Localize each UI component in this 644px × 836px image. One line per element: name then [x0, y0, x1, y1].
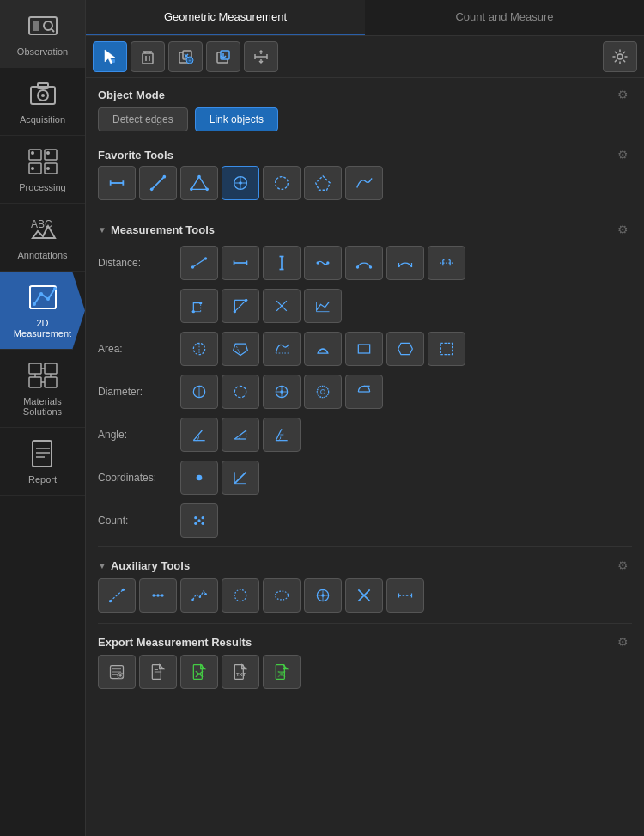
- aux-tool-7[interactable]: [345, 578, 383, 613]
- svg-point-11: [31, 151, 34, 155]
- aux-tool-6[interactable]: [304, 578, 342, 613]
- sidebar-item-annotations[interactable]: ABC Annotations: [0, 204, 85, 272]
- dist-tool-5[interactable]: [345, 246, 383, 280]
- export-tool-4[interactable]: TXT: [222, 655, 259, 689]
- fav-tool-5[interactable]: [263, 166, 301, 200]
- sidebar-item-processing[interactable]: Processing: [0, 136, 85, 204]
- svg-point-19: [33, 302, 36, 306]
- distance-tools: [180, 246, 465, 280]
- export-tool-2[interactable]: [139, 655, 177, 689]
- diam-tool-3[interactable]: [263, 375, 301, 409]
- angle-tool-2[interactable]: [222, 418, 259, 452]
- settings-btn[interactable]: [603, 41, 637, 72]
- detect-edges-btn[interactable]: Detect edges: [98, 107, 188, 131]
- diam-tool-2[interactable]: [222, 375, 259, 409]
- auxiliary-tools-gear[interactable]: ⚙: [613, 556, 632, 575]
- svg-point-151: [276, 591, 289, 600]
- fav-tool-1[interactable]: [98, 166, 136, 200]
- svg-point-148: [199, 595, 202, 598]
- aux-tool-1[interactable]: [98, 578, 136, 613]
- svg-point-117: [317, 386, 328, 397]
- angle-tool-3[interactable]: [263, 418, 301, 452]
- svg-point-140: [109, 600, 112, 602]
- acquisition-icon: [26, 78, 60, 109]
- svg-point-135: [202, 516, 204, 519]
- sidebar-item-materials-solutions[interactable]: MaterialsSolutions: [0, 350, 85, 428]
- area-tool-6[interactable]: [386, 332, 424, 366]
- export-tool-5[interactable]: [263, 655, 301, 689]
- svg-point-21: [46, 297, 50, 301]
- diam-tool-4[interactable]: [304, 375, 342, 409]
- link-objects-btn[interactable]: Link objects: [195, 107, 278, 131]
- coord-tool-1[interactable]: [180, 461, 218, 495]
- export-tools-grid: TXT: [86, 655, 644, 696]
- area-tool-3[interactable]: [263, 332, 301, 366]
- coord-tool-2[interactable]: [222, 461, 259, 495]
- report-icon: [26, 438, 60, 469]
- tab-count-and-measure[interactable]: Count and Measure: [365, 0, 644, 35]
- delete-tool-btn[interactable]: [131, 41, 165, 72]
- favorite-tools-grid: [86, 166, 644, 207]
- dist-tool-3[interactable]: [263, 246, 301, 280]
- svg-point-137: [202, 522, 204, 525]
- area-tool-5[interactable]: [345, 332, 383, 366]
- aux-tool-4[interactable]: [222, 578, 259, 613]
- svg-rect-35: [112, 59, 115, 63]
- paste-tool-btn[interactable]: [206, 41, 240, 72]
- area-tool-2[interactable]: [222, 332, 259, 366]
- angle-tool-1[interactable]: [180, 418, 218, 452]
- diam-tool-5[interactable]: [345, 375, 383, 409]
- svg-point-147: [191, 599, 194, 601]
- dist-tool-4[interactable]: [304, 246, 342, 280]
- area-tool-7[interactable]: [428, 332, 465, 366]
- export-results-gear[interactable]: ⚙: [613, 632, 632, 651]
- export-tool-3[interactable]: [180, 655, 218, 689]
- aux-tool-5[interactable]: [263, 578, 301, 613]
- svg-point-20: [39, 292, 43, 296]
- sidebar-label-observation: Observation: [17, 46, 68, 57]
- diam-tool-1[interactable]: [180, 375, 218, 409]
- tab-geometric-measurement[interactable]: Geometric Measurement: [86, 0, 365, 35]
- fav-tool-6[interactable]: [304, 166, 342, 200]
- aux-tool-8[interactable]: [386, 578, 424, 613]
- measurement-tools-gear[interactable]: ⚙: [613, 220, 632, 239]
- sidebar-item-acquisition[interactable]: Acquisition: [0, 68, 85, 136]
- dist-tool-7[interactable]: [428, 246, 465, 280]
- fav-tool-4[interactable]: [222, 166, 259, 200]
- svg-marker-107: [398, 343, 413, 354]
- sidebar-label-acquisition: Acquisition: [20, 114, 65, 125]
- diameter-label: Diameter:: [98, 386, 175, 398]
- count-tool-1[interactable]: [180, 503, 218, 538]
- area-tool-4[interactable]: [304, 332, 342, 366]
- svg-rect-108: [440, 343, 452, 354]
- dist-tool-11[interactable]: [304, 289, 342, 323]
- dist-tool-6[interactable]: [386, 246, 424, 280]
- favorite-tools-title: Favorite Tools: [98, 149, 173, 162]
- sidebar-item-2d-measurement[interactable]: 2DMeasurement: [0, 272, 85, 350]
- dist-tool-2[interactable]: [222, 246, 259, 280]
- copy-tool-btn[interactable]: +: [168, 41, 203, 72]
- export-tool-1[interactable]: [98, 655, 136, 689]
- svg-point-149: [204, 593, 207, 595]
- svg-rect-36: [143, 53, 153, 64]
- resize-tool-btn[interactable]: [244, 41, 278, 72]
- select-tool-btn[interactable]: [93, 41, 127, 72]
- fav-tool-2[interactable]: [139, 166, 177, 200]
- sidebar-item-report[interactable]: Report: [0, 428, 85, 496]
- svg-line-57: [152, 177, 165, 190]
- svg-line-2: [51, 29, 54, 33]
- fav-tool-7[interactable]: [345, 166, 383, 200]
- aux-tool-2[interactable]: [139, 578, 177, 613]
- dist-tool-9[interactable]: [222, 289, 259, 323]
- svg-point-138: [197, 519, 200, 522]
- dist-tool-1[interactable]: [180, 246, 218, 280]
- aux-tool-3[interactable]: [180, 578, 218, 613]
- fav-tool-3[interactable]: [180, 166, 218, 200]
- area-tool-1[interactable]: [180, 332, 218, 366]
- favorite-tools-gear[interactable]: ⚙: [613, 145, 632, 164]
- sidebar-item-observation[interactable]: Observation: [0, 0, 85, 68]
- dist-tool-10[interactable]: [263, 289, 301, 323]
- object-mode-gear[interactable]: ⚙: [613, 85, 632, 104]
- dist-tool-8[interactable]: [180, 289, 218, 323]
- svg-rect-24: [45, 363, 57, 374]
